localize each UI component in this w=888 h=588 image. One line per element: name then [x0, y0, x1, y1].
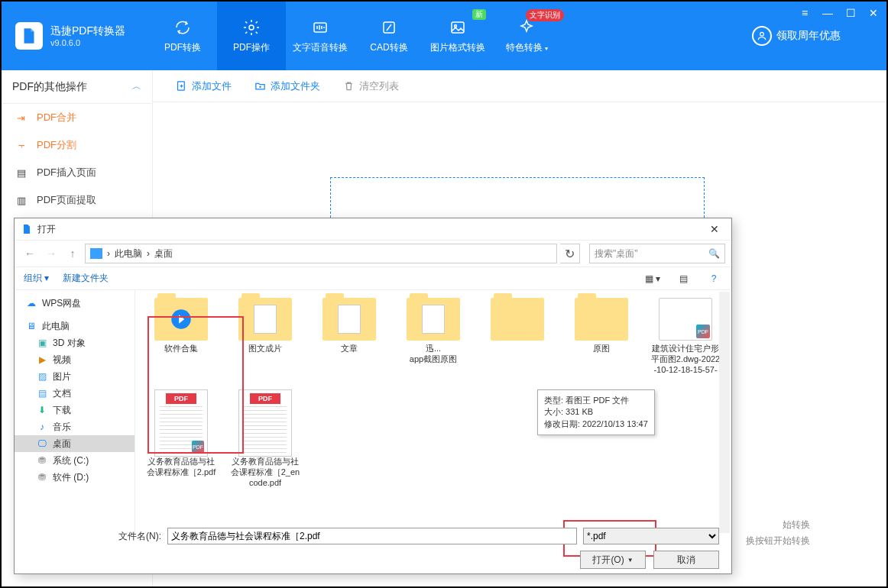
scrollbar[interactable]	[719, 292, 730, 533]
tab-pdf-operate[interactable]: PDF操作	[217, 2, 286, 70]
organize-menu[interactable]: 组织 ▾	[24, 272, 49, 285]
help-button[interactable]: ?	[705, 270, 722, 287]
file-tooltip: 类型: 看图王 PDF 文件 大小: 331 KB 修改日期: 2022/10/…	[537, 389, 655, 435]
file-filter-select[interactable]: *.pdf	[583, 528, 719, 544]
picture-icon: ▨	[36, 371, 48, 382]
app-title: 迅捷PDF转换器 v9.0.6.0	[50, 24, 125, 47]
new-folder-button[interactable]: 新建文件夹	[63, 272, 109, 285]
clear-list-button[interactable]: 清空列表	[343, 79, 399, 93]
search-input[interactable]: 搜索"桌面" 🔍	[589, 244, 725, 263]
tree-thispc[interactable]: 🖥此电脑	[15, 318, 134, 334]
folder-item[interactable]: 原图	[563, 295, 640, 379]
chevron-down-icon: ▾	[545, 45, 548, 52]
folder-icon	[575, 298, 628, 341]
document-icon: ▤	[36, 388, 48, 399]
tree-video[interactable]: ▶视频	[15, 351, 134, 368]
minimize-icon[interactable]: —	[821, 6, 835, 20]
search-icon: 🔍	[708, 248, 720, 259]
pc-icon	[90, 248, 102, 259]
folder-item[interactable]: 软件合集	[143, 295, 219, 379]
filename-label: 文件名(N):	[118, 530, 161, 543]
audio-icon	[311, 18, 329, 37]
dialog-nav: ← → ↑ ›此电脑›桌面 ↻ 搜索"桌面" 🔍	[15, 240, 731, 267]
sidebar-item-extract[interactable]: ▥PDF页面提取	[2, 186, 152, 214]
tab-image[interactable]: 新 图片格式转换	[423, 2, 492, 70]
close-icon[interactable]: ✕	[867, 6, 880, 20]
pc-icon: 🖥	[25, 321, 37, 331]
dialog-titlebar: 打开 ✕	[15, 218, 731, 240]
svg-point-5	[760, 32, 764, 36]
open-button[interactable]: 打开(O) ▼	[580, 551, 646, 569]
maximize-icon[interactable]: ☐	[844, 6, 857, 20]
menu-icon[interactable]: ≡	[798, 6, 812, 20]
sidebar-header[interactable]: PDF的其他操作 ︿	[2, 70, 152, 104]
sidebar-item-merge[interactable]: ⇥PDF合并	[2, 104, 152, 131]
dropzone[interactable]	[330, 177, 705, 221]
cad-icon	[380, 18, 398, 37]
tree-c-drive[interactable]: ⛃系统 (C:)	[15, 452, 134, 469]
music-icon: ♪	[36, 422, 48, 432]
folder-item[interactable]: 迅...app截图原图	[395, 295, 472, 379]
file-open-dialog: 打开 ✕ ← → ↑ ›此电脑›桌面 ↻ 搜索"桌面" 🔍 组织 ▾ 新建文件夹…	[14, 218, 732, 574]
tree-3d[interactable]: ▣3D 对象	[15, 334, 134, 351]
tree-doc[interactable]: ▤文档	[15, 385, 134, 402]
nav-up-button[interactable]: ↑	[63, 244, 82, 263]
file-item-selected[interactable]: PDFPDF 义务教育品德与社会课程标准［2.pdf	[143, 386, 219, 491]
add-file-button[interactable]: 添加文件	[176, 79, 232, 93]
image-icon	[449, 18, 467, 37]
path-box[interactable]: ›此电脑›桌面	[85, 244, 557, 263]
svg-rect-3	[452, 22, 464, 33]
insert-icon: ▤	[17, 167, 29, 179]
cloud-icon: ☁	[25, 298, 37, 309]
dialog-body: ☁WPS网盘 🖥此电脑 ▣3D 对象 ▶视频 ▨图片 ▤文档 ⬇下载 ♪音乐 🖵…	[15, 290, 731, 535]
folder-icon	[491, 298, 544, 341]
tree-music[interactable]: ♪音乐	[15, 418, 134, 435]
file-item[interactable]: PDF建筑设计住宅户形平面图2.dwg-2022-10-12-18-15-57-…	[647, 295, 724, 379]
tab-cad[interactable]: CAD转换	[355, 2, 423, 70]
cancel-button[interactable]: 取消	[653, 551, 719, 569]
tab-special[interactable]: 文字识别 特色转换▾	[492, 2, 561, 70]
tree-dl[interactable]: ⬇下载	[15, 402, 134, 418]
hint-text: 始转换 换按钮开始转换	[746, 517, 810, 548]
folder-item[interactable]: 图文成片	[227, 295, 303, 379]
disk-icon: ⛃	[36, 472, 48, 483]
tree-pic[interactable]: ▨图片	[15, 368, 134, 385]
tree-d-drive[interactable]: ⛃软件 (D:)	[15, 469, 134, 486]
convert-icon	[173, 18, 192, 37]
view-list-button[interactable]: ▤	[675, 270, 692, 287]
sidebar-item-split[interactable]: ⫟PDF分割	[2, 131, 152, 159]
pdf-icon: PDF	[238, 389, 292, 457]
disk-icon: ⛃	[36, 455, 48, 466]
nav-back-button[interactable]: ←	[21, 244, 39, 263]
sidebar-item-insert[interactable]: ▤PDF插入页面	[2, 159, 152, 186]
cube-icon: ▣	[36, 338, 48, 348]
tab-tts[interactable]: 文字语音转换	[286, 2, 355, 70]
refresh-button[interactable]: ↻	[560, 244, 580, 263]
tab-pdf-convert[interactable]: PDF转换	[148, 2, 217, 70]
desktop-icon: 🖵	[36, 438, 48, 449]
folder-item[interactable]: 文章	[311, 295, 387, 379]
dialog-close-button[interactable]: ✕	[704, 218, 725, 240]
merge-icon: ⇥	[17, 112, 29, 124]
app-header: 迅捷PDF转换器 v9.0.6.0 PDF转换 PDF操作 文字语音转换 CAD…	[2, 2, 886, 70]
app-small-icon	[21, 223, 33, 235]
view-icons-button[interactable]: ▦ ▾	[644, 270, 661, 287]
pdf-icon: PDFPDF	[154, 389, 208, 457]
video-icon: ▶	[36, 354, 48, 365]
tree-wps[interactable]: ☁WPS网盘	[15, 295, 134, 312]
svg-point-0	[249, 25, 254, 30]
anniversary-link[interactable]: 领取周年优惠	[752, 26, 841, 46]
folder-tree: ☁WPS网盘 🖥此电脑 ▣3D 对象 ▶视频 ▨图片 ▤文档 ⬇下载 ♪音乐 🖵…	[15, 290, 135, 535]
download-icon: ⬇	[36, 405, 48, 415]
nav-forward-button[interactable]: →	[42, 244, 60, 263]
folder-icon	[154, 298, 208, 341]
file-item[interactable]: PDF 义务教育品德与社会课程标准［2_encode.pdf	[227, 386, 303, 491]
folder-item[interactable]	[479, 295, 556, 379]
file-icon: PDF	[659, 298, 712, 341]
dialog-toolbar: 组织 ▾ 新建文件夹 ▦ ▾ ▤ ?	[15, 267, 731, 290]
filename-input[interactable]	[167, 528, 577, 544]
user-icon	[752, 26, 772, 46]
extract-icon: ▥	[17, 195, 29, 206]
add-folder-button[interactable]: 添加文件夹	[254, 79, 320, 93]
tree-desktop[interactable]: 🖵桌面	[15, 435, 134, 452]
